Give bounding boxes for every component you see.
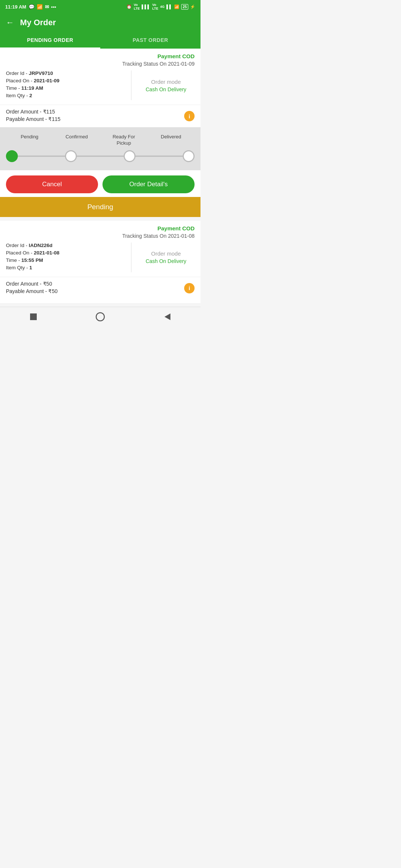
back-button[interactable]: ← — [6, 18, 14, 27]
step-dot-pickup — [124, 150, 136, 162]
wifi2-icon: 📶 — [174, 4, 179, 9]
svg-marker-2 — [164, 313, 170, 320]
tab-bar: PENDING ORDER PAST ORDER — [0, 33, 200, 49]
progress-dots-1 — [6, 150, 195, 162]
info-icon-1[interactable]: i — [184, 111, 195, 121]
alarm-icon: ⏰ — [127, 4, 132, 9]
order-amount-row-1: Order Amount - ₹115 Payable Amount - ₹11… — [0, 105, 200, 127]
order-info-row-1: Order Id - JRPV9710 Placed On - 2021-01-… — [0, 70, 200, 105]
status-banner-1: Pending — [0, 197, 200, 217]
header: ← My Order — [0, 13, 200, 33]
progress-tracker-1: Pending Confirmed Ready ForPickup Delive… — [0, 127, 200, 170]
info-icon-2[interactable]: i — [184, 283, 195, 293]
action-buttons-1: Cancel Order Detail's — [0, 170, 200, 197]
time: 11:19 AM — [5, 4, 26, 10]
order-card-2: Payment COD Tracking Status On 2021-01-0… — [0, 221, 200, 303]
msg-icon: 💬 — [29, 4, 35, 10]
status-bar-left: 11:19 AM 💬 📶 ✉ ••• — [5, 4, 56, 10]
charging-icon: ⚡ — [190, 4, 195, 9]
nav-home-icon[interactable] — [95, 312, 105, 322]
step-label-pending: Pending — [6, 134, 53, 147]
order-info-right-2: Order mode Cash On Delivery — [131, 243, 195, 272]
order-info-left-2: Order Id - IADN226d Placed On - 2021-01-… — [6, 243, 131, 272]
payment-cod-2: Payment COD — [0, 221, 200, 232]
step-label-pickup: Ready ForPickup — [100, 134, 147, 147]
order-details-button[interactable]: Order Detail's — [102, 175, 195, 193]
tracking-status-2: Tracking Status On 2021-01-08 — [0, 232, 200, 243]
order-info-right-1: Order mode Cash On Delivery — [131, 70, 195, 100]
bottom-nav — [0, 307, 200, 327]
volte-icon: VoLTE — [134, 3, 140, 10]
order-info-row-2: Order Id - IADN226d Placed On - 2021-01-… — [0, 243, 200, 277]
volte2-icon: VoLTE — [152, 3, 158, 10]
cancel-button[interactable]: Cancel — [6, 175, 98, 193]
page-title: My Order — [20, 18, 56, 27]
order-info-left-1: Order Id - JRPV9710 Placed On - 2021-01-… — [6, 70, 131, 100]
chat-icon: ✉ — [45, 4, 49, 10]
status-bar-right: ⏰ VoLTE ▌▌▌ VoLTE 4G ▌▌ 📶 25 ⚡ — [127, 3, 195, 10]
step-label-delivered: Delivered — [147, 134, 195, 147]
tracking-status-1: Tracking Status On 2021-01-09 — [0, 60, 200, 70]
step-label-confirmed: Confirmed — [53, 134, 100, 147]
signal-icon: ▌▌▌ — [142, 4, 150, 9]
dots-icon: ••• — [51, 4, 56, 10]
step-dot-delivered — [183, 150, 195, 162]
svg-point-1 — [96, 313, 104, 321]
nav-stop-icon[interactable] — [28, 312, 39, 322]
tab-past-order[interactable]: PAST ORDER — [100, 33, 200, 49]
signal2-icon: ▌▌ — [166, 4, 172, 9]
step-dot-confirmed — [65, 150, 77, 162]
tab-pending-order[interactable]: PENDING ORDER — [0, 33, 100, 49]
4g-icon: 4G — [160, 5, 164, 9]
battery-indicator: 25 — [181, 4, 188, 10]
nav-back-icon[interactable] — [162, 312, 172, 322]
order-card-1: Payment COD Tracking Status On 2021-01-0… — [0, 49, 200, 217]
payment-cod-1: Payment COD — [0, 49, 200, 60]
svg-rect-0 — [30, 313, 37, 320]
progress-line — [13, 155, 187, 157]
step-dot-pending — [6, 150, 18, 162]
status-bar: 11:19 AM 💬 📶 ✉ ••• ⏰ VoLTE ▌▌▌ VoLTE 4G … — [0, 0, 200, 13]
wifi-icon: 📶 — [37, 4, 43, 10]
order-amount-row-2: Order Amount - ₹50 Payable Amount - ₹50 … — [0, 277, 200, 299]
